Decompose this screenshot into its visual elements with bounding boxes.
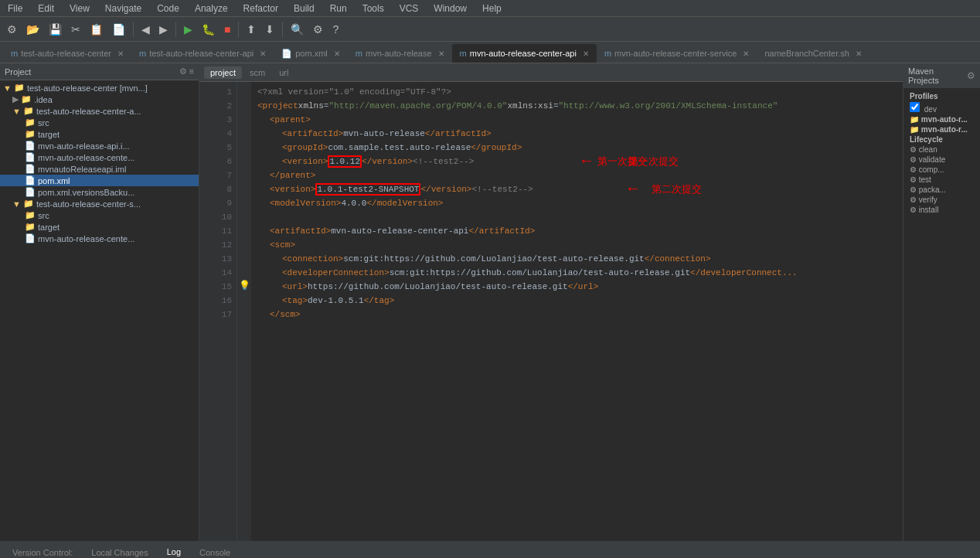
- toolbar-btn-4[interactable]: ✂: [67, 21, 84, 38]
- menu-edit[interactable]: Edit: [35, 2, 57, 15]
- toolbar-btn-forward[interactable]: ▶: [155, 21, 172, 38]
- tree-item-src2[interactable]: 📁 src: [0, 209, 199, 221]
- toolbar-btn-vcs[interactable]: ⬆: [243, 21, 260, 38]
- bottom-tab-local-changes[interactable]: Local Changes: [83, 546, 155, 559]
- toolbar-btn-stop[interactable]: ■: [220, 21, 234, 38]
- toolbar-btn-6[interactable]: 📄: [108, 21, 129, 38]
- tab-close-6[interactable]: ✕: [856, 49, 862, 58]
- maven-profiles-label[interactable]: Profiles: [907, 91, 977, 101]
- toolbar-btn-vcs2[interactable]: ⬇: [261, 21, 278, 38]
- menu-navigate[interactable]: Navigate: [102, 2, 145, 15]
- file-icon-mvnauto: 📄: [25, 164, 36, 174]
- toolbar-btn-1[interactable]: ⚙: [3, 21, 21, 38]
- maven-lifecycle-validate[interactable]: ⚙ validate: [907, 155, 977, 165]
- code-line-2: <project xmlns="http://maven.apache.org/…: [257, 99, 897, 113]
- tree-item-target[interactable]: 📁 target: [0, 128, 199, 140]
- maven-lifecycle-compile[interactable]: ⚙ comp...: [907, 165, 977, 175]
- tree-item-mvn-cente2[interactable]: 📄 mvn-auto-release-cente...: [0, 233, 199, 244]
- bottom-tab-log[interactable]: Log: [159, 545, 189, 559]
- menu-build[interactable]: Build: [291, 2, 318, 15]
- menu-vcs[interactable]: VCS: [396, 2, 422, 15]
- sidebar-settings-icon[interactable]: ⚙ ≡: [179, 66, 194, 77]
- tab-close-2[interactable]: ✕: [334, 49, 340, 58]
- menu-analyze[interactable]: Analyze: [192, 2, 231, 15]
- toolbar-btn-search[interactable]: 🔍: [287, 21, 308, 38]
- code-line-3: <parent>: [257, 113, 897, 127]
- code-line-8: <version>1.0.1-test2-SNAPSHOT</version><…: [257, 182, 897, 196]
- menu-view[interactable]: View: [66, 2, 93, 15]
- tree-item-pom[interactable]: 📄 pom.xml: [0, 175, 199, 186]
- tab-close-1[interactable]: ✕: [260, 49, 266, 58]
- tab-pom-xml[interactable]: 📄 pom.xml ✕: [274, 44, 348, 63]
- tab-close-5[interactable]: ✕: [743, 49, 749, 58]
- menu-code[interactable]: Code: [154, 2, 182, 15]
- maven-lifecycle-package[interactable]: ⚙ packa...: [907, 185, 977, 195]
- tree-item-pom-backup[interactable]: 📄 pom.xml.versionsBacku...: [0, 186, 199, 198]
- maven-lifecycle-clean[interactable]: ⚙ clean: [907, 145, 977, 155]
- tree-item-src[interactable]: 📁 src: [0, 117, 199, 128]
- tab-test-auto-release-center-api[interactable]: m test-auto-release-center-api ✕: [131, 44, 274, 63]
- toolbar-btn-2[interactable]: 📂: [22, 21, 43, 38]
- toolbar-sep-2: [175, 22, 176, 37]
- tree-item-root[interactable]: ▼ 📁 test-auto-release-center [mvn...]: [0, 82, 199, 94]
- tree-item-mvn-cente[interactable]: 📄 mvn-auto-release-cente...: [0, 151, 199, 163]
- tab-mvn-auto-release-center-api[interactable]: m mvn-auto-release-center-api ✕: [452, 44, 597, 63]
- tab-namebranch[interactable]: nameBranchCenter.sh ✕: [757, 44, 869, 63]
- tab-test-auto-release-center[interactable]: m test-auto-release-center ✕: [3, 44, 131, 63]
- menu-tools[interactable]: Tools: [359, 2, 387, 15]
- folder-icon-src: 📁: [25, 117, 36, 128]
- toolbar-btn-back[interactable]: ◀: [138, 21, 154, 38]
- folder-expand-icon-a: ▼: [12, 107, 21, 116]
- subtab-url[interactable]: url: [273, 66, 294, 79]
- maven-lifecycle-label[interactable]: Lifecycle: [907, 134, 977, 145]
- toolbar-btn-3[interactable]: 💾: [45, 21, 66, 38]
- tree-item-target2[interactable]: 📁 target: [0, 221, 199, 233]
- tab-close-3[interactable]: ✕: [438, 49, 444, 58]
- editor-tabs: m test-auto-release-center ✕ m test-auto…: [0, 42, 980, 63]
- maven-lifecycle-install[interactable]: ⚙ install: [907, 205, 977, 215]
- tree-item-idea[interactable]: ▶ 📁 .idea: [0, 94, 199, 105]
- menu-run[interactable]: Run: [327, 2, 350, 15]
- menu-help[interactable]: Help: [479, 2, 505, 15]
- toolbar-btn-debug[interactable]: 🐛: [198, 21, 219, 38]
- code-line-12: <scm>: [257, 238, 897, 252]
- menu-window[interactable]: Window: [430, 2, 470, 15]
- toolbar-btn-5[interactable]: 📋: [86, 21, 107, 38]
- toolbar-btn-settings[interactable]: ⚙: [309, 21, 327, 38]
- tree-item-center-s[interactable]: ▼ 📁 test-auto-release-center-s...: [0, 198, 199, 209]
- profile-dev-checkbox[interactable]: [910, 102, 920, 112]
- editor-area: project scm url 12345 678910 1112131415 …: [199, 63, 903, 541]
- menu-file[interactable]: File: [5, 2, 26, 15]
- maven-project-1[interactable]: 📁 mvn-auto-r...: [907, 114, 977, 124]
- subtab-project[interactable]: project: [204, 66, 242, 79]
- tree-label-pom: pom.xml: [38, 176, 70, 185]
- code-line-1: <?xml version="1.0" encoding="UTF-8"?>: [257, 85, 897, 99]
- tree-label-idea: .idea: [34, 95, 53, 104]
- tree-item-mvn-api[interactable]: 📄 mvn-auto-release-api.i...: [0, 140, 199, 151]
- tree-item-mvnauto[interactable]: 📄 mvnautoReleaseapi.iml: [0, 163, 199, 175]
- tree-label-mvn-cente2: mvn-auto-release-cente...: [38, 234, 134, 243]
- menu-refactor[interactable]: Refactor: [240, 2, 281, 15]
- maven-lifecycle-test[interactable]: ⚙ test: [907, 175, 977, 185]
- maven-lifecycle-verify[interactable]: ⚙ verify: [907, 195, 977, 205]
- file-icon-pom: 📄: [25, 175, 36, 185]
- tab-mvn-auto-release-center-service[interactable]: m mvn-auto-release-center-service ✕: [597, 44, 757, 63]
- folder-icon-idea: 📁: [21, 94, 32, 104]
- tree-label-src2: src: [38, 211, 49, 220]
- toolbar-btn-question[interactable]: ?: [328, 21, 342, 38]
- maven-settings-icon[interactable]: ⚙: [967, 70, 975, 81]
- tab-mvn-auto-release[interactable]: m mvn-auto-release ✕: [348, 44, 452, 63]
- code-content: <?xml version="1.0" encoding="UTF-8"?> <…: [251, 82, 903, 541]
- main-area: Project ⚙ ≡ ▼ 📁 test-auto-release-center…: [0, 63, 980, 541]
- subtab-scm[interactable]: scm: [243, 66, 271, 79]
- bottom-tab-console[interactable]: Console: [192, 546, 238, 559]
- sidebar-content: ▼ 📁 test-auto-release-center [mvn...] ▶ …: [0, 80, 199, 541]
- tree-item-center-a[interactable]: ▼ 📁 test-auto-release-center-a...: [0, 105, 199, 117]
- maven-profile-dev[interactable]: dev: [907, 101, 977, 114]
- tab-close-0[interactable]: ✕: [117, 49, 124, 58]
- maven-project-2[interactable]: 📁 mvn-auto-r...: [907, 124, 977, 134]
- lightbulb-icon[interactable]: 💡: [239, 280, 250, 291]
- tab-close-4[interactable]: ✕: [583, 49, 589, 58]
- toolbar-btn-run[interactable]: ▶: [180, 21, 196, 38]
- file-icon-mvn-cente: 📄: [25, 152, 36, 162]
